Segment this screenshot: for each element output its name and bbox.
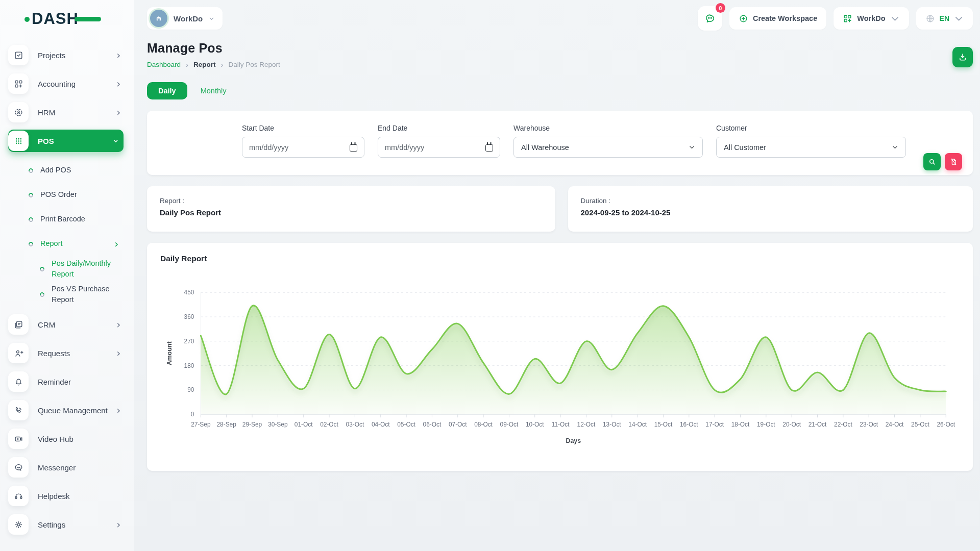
svg-text:02-Oct: 02-Oct xyxy=(320,421,338,428)
end-date-label: End Date xyxy=(378,124,500,132)
subitem-label: Report xyxy=(40,238,63,249)
svg-text:30-Sep: 30-Sep xyxy=(268,421,288,428)
customer-select[interactable]: All Customer xyxy=(716,137,906,158)
svg-text:03-Oct: 03-Oct xyxy=(346,421,364,428)
workspace-selector[interactable]: WorkDo xyxy=(147,7,223,30)
circle-bullet-icon xyxy=(39,266,45,272)
subitem-label: POS Order xyxy=(40,189,77,200)
svg-text:90: 90 xyxy=(187,386,194,393)
gear-icon xyxy=(8,514,29,535)
warehouse-field: Warehouse All Warehouse xyxy=(513,124,703,175)
svg-text:29-Sep: 29-Sep xyxy=(242,421,262,428)
sidebar-item-projects[interactable]: Projects › xyxy=(8,44,124,66)
phone-icon xyxy=(8,400,29,420)
sidebar-item-helpdesk[interactable]: Helpdesk xyxy=(8,485,124,507)
svg-text:24-Oct: 24-Oct xyxy=(886,421,904,428)
svg-text:04-Oct: 04-Oct xyxy=(372,421,390,428)
warehouse-select[interactable]: All Warehouse xyxy=(513,137,703,158)
chevron-right-icon: › xyxy=(116,108,120,117)
breadcrumb-report[interactable]: Report xyxy=(193,61,216,68)
svg-text:23-Oct: 23-Oct xyxy=(860,421,878,428)
sidebar-item-label: Reminder xyxy=(38,378,124,386)
plus-circle-icon xyxy=(739,14,748,23)
sidebar-item-accounting[interactable]: Accounting › xyxy=(8,72,124,95)
sidebar-item-hrm[interactable]: HRM › xyxy=(8,101,124,123)
chevron-down-icon xyxy=(954,14,964,23)
sidebar-item-reminder[interactable]: Reminder xyxy=(8,370,124,393)
start-date-input-text[interactable] xyxy=(249,143,350,152)
end-date-field: End Date xyxy=(378,124,500,175)
sidebar-subitem-report[interactable]: Report › xyxy=(8,234,124,254)
subitem-label: Add POS xyxy=(40,165,71,176)
report-period-tabs: Daily Monthly xyxy=(147,82,973,99)
svg-text:Amount: Amount xyxy=(166,341,173,365)
start-date-label: Start Date xyxy=(242,124,364,132)
sidebar-subitem-print-barcode[interactable]: Print Barcode xyxy=(8,209,124,230)
sidebar-subitem-pos-daily-monthly-report[interactable]: Pos Daily/Monthly Report xyxy=(8,258,124,280)
duration-summary-card: Duration : 2024-09-25 to 2024-10-25 xyxy=(568,186,973,232)
svg-text:09-Oct: 09-Oct xyxy=(500,421,519,428)
tab-daily[interactable]: Daily xyxy=(147,82,187,99)
breadcrumb: Dashboard › Report › Daily Pos Report xyxy=(147,60,280,69)
language-code: EN xyxy=(940,14,949,22)
filter-actions xyxy=(923,153,962,170)
svg-text:Days: Days xyxy=(566,437,581,444)
messages-button[interactable]: 0 xyxy=(698,6,722,31)
breadcrumb-separator: › xyxy=(221,60,224,69)
download-button[interactable] xyxy=(952,47,973,67)
sidebar-item-pos[interactable]: POS › xyxy=(8,130,124,152)
start-date-field: Start Date xyxy=(242,124,364,175)
grid-plus-icon xyxy=(843,14,852,23)
svg-text:270: 270 xyxy=(184,338,194,345)
report-value: Daily Pos Report xyxy=(160,208,543,217)
svg-text:20-Oct: 20-Oct xyxy=(782,421,801,428)
sidebar-item-settings[interactable]: Settings › xyxy=(8,513,124,536)
sidebar-item-label: Accounting xyxy=(38,80,116,88)
chevron-right-icon: › xyxy=(114,239,118,249)
subitem-label: Print Barcode xyxy=(40,214,85,224)
start-date-input[interactable] xyxy=(242,137,364,158)
page-title: Manage Pos xyxy=(147,41,280,56)
sidebar-subitem-add-pos[interactable]: Add POS xyxy=(8,160,124,181)
messages-badge: 0 xyxy=(716,3,725,13)
sidebar-item-label: Helpdesk xyxy=(38,492,124,500)
logo[interactable]: DASH xyxy=(0,0,134,37)
sidebar-item-crm[interactable]: CRM › xyxy=(8,313,124,336)
svg-text:26-Oct: 26-Oct xyxy=(937,421,955,428)
svg-text:13-Oct: 13-Oct xyxy=(603,421,621,428)
sidebar-item-label: CRM xyxy=(38,320,116,329)
workspace-switcher[interactable]: WorkDo xyxy=(834,7,909,30)
search-button[interactable] xyxy=(923,153,941,170)
page-header: Manage Pos Dashboard › Report › Daily Po… xyxy=(147,41,973,69)
calendar-icon[interactable] xyxy=(350,144,357,152)
sidebar: DASH Projects › Accounting › HRM › xyxy=(0,0,134,551)
sidebar-item-messenger[interactable]: Messenger xyxy=(8,456,124,479)
filter-card: Start Date End Date Warehouse All Wareho… xyxy=(147,111,973,175)
svg-text:360: 360 xyxy=(184,313,194,320)
sidebar-item-queue-management[interactable]: Queue Management › xyxy=(8,399,124,421)
chevron-right-icon: › xyxy=(116,348,120,358)
create-workspace-button[interactable]: Create Workspace xyxy=(729,7,826,30)
language-selector[interactable]: EN xyxy=(916,7,973,30)
chevron-down-icon: › xyxy=(112,139,121,143)
reset-filter-button[interactable] xyxy=(945,153,962,170)
chevron-right-icon: › xyxy=(116,51,120,60)
reset-filter-icon xyxy=(949,158,958,166)
sidebar-item-video-hub[interactable]: Video Hub xyxy=(8,428,124,450)
breadcrumb-dashboard[interactable]: Dashboard xyxy=(147,61,181,68)
sidebar-subitem-pos-vs-purchase-report[interactable]: Pos VS Purchase Report xyxy=(8,284,124,305)
chevron-down-icon xyxy=(689,144,695,151)
tab-monthly[interactable]: Monthly xyxy=(201,87,227,95)
requests-icon xyxy=(8,343,29,363)
workspace-name: WorkDo xyxy=(174,14,203,23)
sidebar-item-requests[interactable]: Requests › xyxy=(8,342,124,364)
svg-text:11-Oct: 11-Oct xyxy=(552,421,570,428)
chat-bubble-icon xyxy=(704,13,716,24)
svg-text:25-Oct: 25-Oct xyxy=(911,421,929,428)
sidebar-subitem-pos-order[interactable]: POS Order xyxy=(8,185,124,205)
end-date-input-text[interactable] xyxy=(385,143,485,152)
report-label: Report : xyxy=(160,197,543,205)
calendar-icon[interactable] xyxy=(485,144,493,152)
end-date-input[interactable] xyxy=(378,137,500,158)
headphones-icon xyxy=(8,486,29,506)
